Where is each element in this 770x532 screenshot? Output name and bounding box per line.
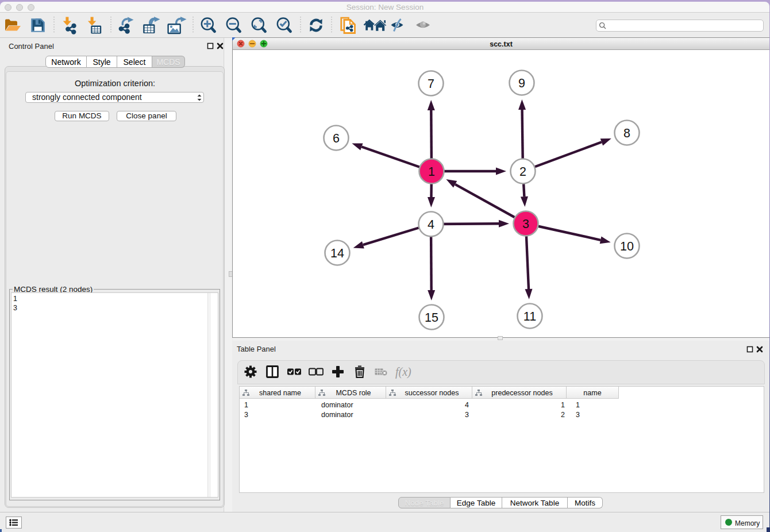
- svg-text:8: 8: [623, 126, 630, 140]
- svg-text:2: 2: [519, 165, 526, 179]
- svg-text:6: 6: [333, 132, 340, 145]
- svg-text:4: 4: [428, 218, 434, 232]
- svg-text:7: 7: [428, 77, 434, 91]
- svg-text:11: 11: [523, 310, 536, 323]
- svg-text:14: 14: [330, 246, 344, 260]
- svg-text:9: 9: [518, 76, 525, 90]
- svg-text:3: 3: [522, 217, 529, 231]
- svg-text:1: 1: [428, 165, 435, 179]
- svg-text:10: 10: [620, 240, 634, 253]
- svg-text:15: 15: [425, 311, 438, 325]
- svg-text:f(x): f(x): [395, 365, 411, 379]
